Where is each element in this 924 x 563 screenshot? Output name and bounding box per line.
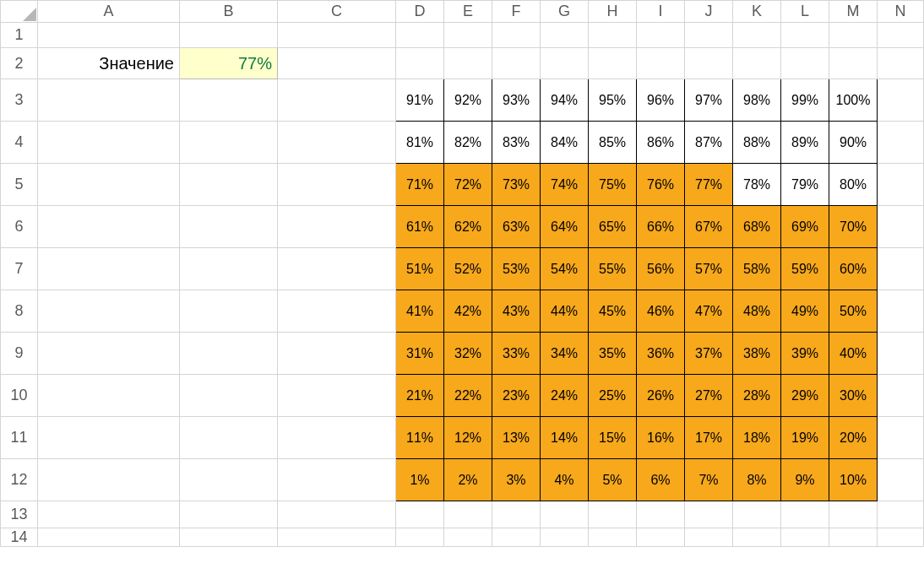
cell[interactable]: 47%: [685, 290, 733, 333]
cell[interactable]: 19%: [781, 417, 829, 459]
row-header-11[interactable]: 11: [1, 417, 38, 459]
cell[interactable]: 4%: [541, 459, 589, 501]
cell[interactable]: 76%: [637, 164, 685, 206]
cell[interactable]: 65%: [589, 206, 637, 248]
col-header-E[interactable]: E: [444, 1, 492, 23]
cell-B3[interactable]: [180, 79, 278, 122]
cell[interactable]: 46%: [637, 290, 685, 333]
cell[interactable]: 11%: [396, 417, 444, 459]
cell-C2[interactable]: [278, 48, 396, 79]
cell[interactable]: 83%: [492, 122, 541, 164]
cell[interactable]: 20%: [829, 417, 878, 459]
col-header-L[interactable]: L: [781, 1, 829, 23]
cell-H14[interactable]: [589, 528, 637, 547]
cell-B8[interactable]: [180, 290, 278, 333]
cell[interactable]: 68%: [733, 206, 781, 248]
cell-N8[interactable]: [878, 290, 924, 333]
cell-M1[interactable]: [829, 23, 878, 48]
cell-A2-label[interactable]: Значение: [38, 48, 180, 79]
cell[interactable]: 90%: [829, 122, 878, 164]
cell-A9[interactable]: [38, 333, 180, 375]
row-header-3[interactable]: 3: [1, 79, 38, 122]
cell-A3[interactable]: [38, 79, 180, 122]
cell[interactable]: 100%: [829, 79, 878, 122]
col-header-B[interactable]: B: [180, 1, 278, 23]
cell[interactable]: 63%: [492, 206, 541, 248]
cell-A4[interactable]: [38, 122, 180, 164]
cell-N10[interactable]: [878, 375, 924, 417]
cell-K13[interactable]: [733, 501, 781, 528]
cell[interactable]: 55%: [589, 248, 637, 290]
cell-B2-value[interactable]: 77%: [180, 48, 278, 79]
cell[interactable]: 72%: [444, 164, 492, 206]
cell[interactable]: 50%: [829, 290, 878, 333]
cell-M14[interactable]: [829, 528, 878, 547]
cell-J13[interactable]: [685, 501, 733, 528]
cell[interactable]: 16%: [637, 417, 685, 459]
cell[interactable]: 92%: [444, 79, 492, 122]
col-header-N[interactable]: N: [878, 1, 924, 23]
cell-N14[interactable]: [878, 528, 924, 547]
cell-B10[interactable]: [180, 375, 278, 417]
cell[interactable]: 6%: [637, 459, 685, 501]
cell[interactable]: 24%: [541, 375, 589, 417]
cell-A14[interactable]: [38, 528, 180, 547]
cell-D2[interactable]: [396, 48, 444, 79]
row-header-12[interactable]: 12: [1, 459, 38, 501]
cell-E2[interactable]: [444, 48, 492, 79]
cell[interactable]: 32%: [444, 333, 492, 375]
cell[interactable]: 75%: [589, 164, 637, 206]
cell-B6[interactable]: [180, 206, 278, 248]
cell-M2[interactable]: [829, 48, 878, 79]
cell[interactable]: 25%: [589, 375, 637, 417]
cell[interactable]: 44%: [541, 290, 589, 333]
cell-B12[interactable]: [180, 459, 278, 501]
col-header-J[interactable]: J: [685, 1, 733, 23]
cell-A1[interactable]: [38, 23, 180, 48]
cell[interactable]: 89%: [781, 122, 829, 164]
cell[interactable]: 29%: [781, 375, 829, 417]
cell-C12[interactable]: [278, 459, 396, 501]
col-header-A[interactable]: A: [38, 1, 180, 23]
cell[interactable]: 91%: [396, 79, 444, 122]
row-header-10[interactable]: 10: [1, 375, 38, 417]
cell-D1[interactable]: [396, 23, 444, 48]
col-header-D[interactable]: D: [396, 1, 444, 23]
cell-A8[interactable]: [38, 290, 180, 333]
col-header-I[interactable]: I: [637, 1, 685, 23]
cell[interactable]: 52%: [444, 248, 492, 290]
row-header-13[interactable]: 13: [1, 501, 38, 528]
cell-C10[interactable]: [278, 375, 396, 417]
cell[interactable]: 1%: [396, 459, 444, 501]
cell-K2[interactable]: [733, 48, 781, 79]
cell-A7[interactable]: [38, 248, 180, 290]
cell-L1[interactable]: [781, 23, 829, 48]
cell-N3[interactable]: [878, 79, 924, 122]
cell-C7[interactable]: [278, 248, 396, 290]
cell[interactable]: 18%: [733, 417, 781, 459]
cell[interactable]: 5%: [589, 459, 637, 501]
cell-N4[interactable]: [878, 122, 924, 164]
cell[interactable]: 51%: [396, 248, 444, 290]
cell-A13[interactable]: [38, 501, 180, 528]
cell-K1[interactable]: [733, 23, 781, 48]
cell[interactable]: 61%: [396, 206, 444, 248]
cell-B11[interactable]: [180, 417, 278, 459]
cell-J14[interactable]: [685, 528, 733, 547]
col-header-K[interactable]: K: [733, 1, 781, 23]
cell-H13[interactable]: [589, 501, 637, 528]
cell-B5[interactable]: [180, 164, 278, 206]
cell[interactable]: 45%: [589, 290, 637, 333]
cell[interactable]: 38%: [733, 333, 781, 375]
cell-M13[interactable]: [829, 501, 878, 528]
col-header-M[interactable]: M: [829, 1, 878, 23]
cell[interactable]: 48%: [733, 290, 781, 333]
cell-N1[interactable]: [878, 23, 924, 48]
cell[interactable]: 23%: [492, 375, 541, 417]
cell[interactable]: 17%: [685, 417, 733, 459]
cell[interactable]: 30%: [829, 375, 878, 417]
col-header-F[interactable]: F: [492, 1, 541, 23]
cell[interactable]: 64%: [541, 206, 589, 248]
cell[interactable]: 53%: [492, 248, 541, 290]
cell-N5[interactable]: [878, 164, 924, 206]
